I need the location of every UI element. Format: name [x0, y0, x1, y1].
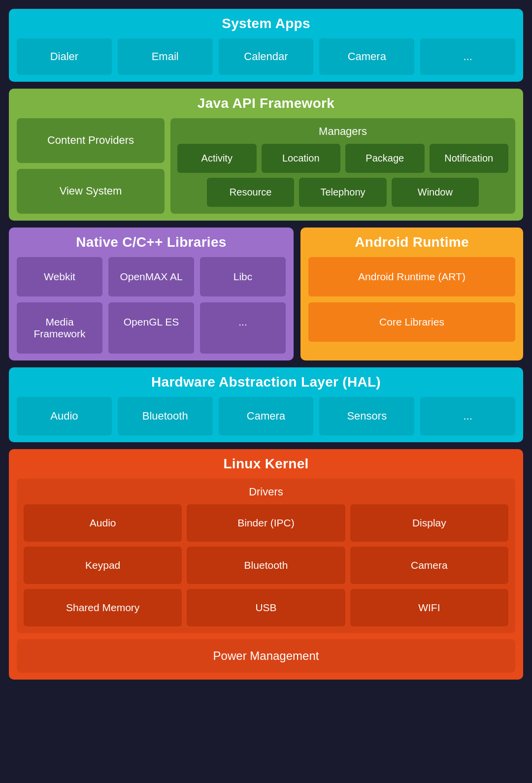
java-api-layer: Java API Framework Content Providers Vie… [9, 89, 523, 221]
lib-media: Media Framework [17, 302, 102, 354]
managers-title: Managers [177, 125, 508, 138]
hal-layer: Hardware Abstraction Layer (HAL) Audio B… [9, 367, 523, 442]
manager-resource: Resource [207, 178, 294, 207]
system-apps-layer: System Apps Dialer Email Calendar Camera… [9, 9, 523, 82]
driver-binder: Binder (IPC) [187, 504, 345, 542]
driver-camera: Camera [350, 547, 508, 584]
driver-usb: USB [187, 589, 345, 626]
android-runtime-title: Android Runtime [308, 234, 515, 250]
lib-libc: Libc [200, 257, 286, 296]
hal-row: Audio Bluetooth Camera Sensors ... [17, 397, 515, 435]
content-providers-box: Content Providers [17, 118, 165, 163]
art-box: Android Runtime (ART) [308, 257, 515, 296]
hal-more: ... [420, 397, 515, 435]
system-apps-title: System Apps [17, 16, 515, 32]
driver-shared-memory: Shared Memory [24, 589, 182, 626]
manager-location: Location [262, 144, 341, 173]
core-libraries-box: Core Libraries [308, 302, 515, 342]
app-dialer: Dialer [17, 38, 112, 75]
lib-openmax: OpenMAX AL [108, 257, 194, 296]
lib-more: ... [200, 302, 286, 354]
hal-title: Hardware Abstraction Layer (HAL) [17, 374, 515, 390]
linux-kernel-title: Linux Kernel [17, 456, 515, 472]
manager-notification: Notification [430, 144, 509, 173]
manager-telephony: Telephony [299, 178, 386, 207]
driver-wifi: WIFI [350, 589, 508, 626]
driver-bluetooth: Bluetooth [187, 547, 345, 584]
power-management-box: Power Management [17, 639, 515, 673]
manager-activity: Activity [177, 144, 257, 173]
lib-opengl: OpenGL ES [108, 302, 194, 354]
lib-webkit: Webkit [17, 257, 102, 296]
app-email: Email [118, 38, 213, 75]
hal-sensors: Sensors [319, 397, 414, 435]
apps-row: Dialer Email Calendar Camera ... [17, 38, 515, 75]
hal-camera: Camera [219, 397, 314, 435]
manager-package: Package [345, 144, 425, 173]
hal-audio: Audio [17, 397, 112, 435]
app-calendar: Calendar [219, 38, 314, 75]
driver-display: Display [350, 504, 508, 542]
hal-bluetooth: Bluetooth [118, 397, 213, 435]
view-system-box: View System [17, 169, 165, 214]
java-api-left: Content Providers View System [17, 118, 165, 214]
app-more: ... [420, 38, 515, 75]
app-camera: Camera [319, 38, 414, 75]
drivers-title: Drivers [24, 486, 508, 498]
libs-grid: Webkit OpenMAX AL Libc Media Framework O… [17, 257, 286, 354]
android-runtime-layer: Android Runtime Android Runtime (ART) Co… [300, 228, 523, 360]
driver-audio: Audio [24, 504, 182, 542]
native-runtime-row: Native C/C++ Libraries Webkit OpenMAX AL… [9, 228, 523, 360]
native-libs-title: Native C/C++ Libraries [17, 234, 286, 250]
drivers-section: Drivers Audio Binder (IPC) Display Keypa… [17, 479, 515, 633]
native-libs-layer: Native C/C++ Libraries Webkit OpenMAX AL… [9, 228, 294, 360]
manager-window: Window [392, 178, 479, 207]
linux-kernel-layer: Linux Kernel Drivers Audio Binder (IPC) … [9, 449, 523, 680]
java-api-inner: Content Providers View System Managers A… [17, 118, 515, 214]
managers-section: Managers Activity Location Package Notif… [170, 118, 515, 214]
managers-row1: Activity Location Package Notification [177, 144, 508, 173]
java-api-title: Java API Framework [17, 96, 515, 111]
driver-keypad: Keypad [24, 547, 182, 584]
drivers-grid: Audio Binder (IPC) Display Keypad Blueto… [24, 504, 508, 626]
managers-row2: Resource Telephony Window [177, 178, 508, 207]
